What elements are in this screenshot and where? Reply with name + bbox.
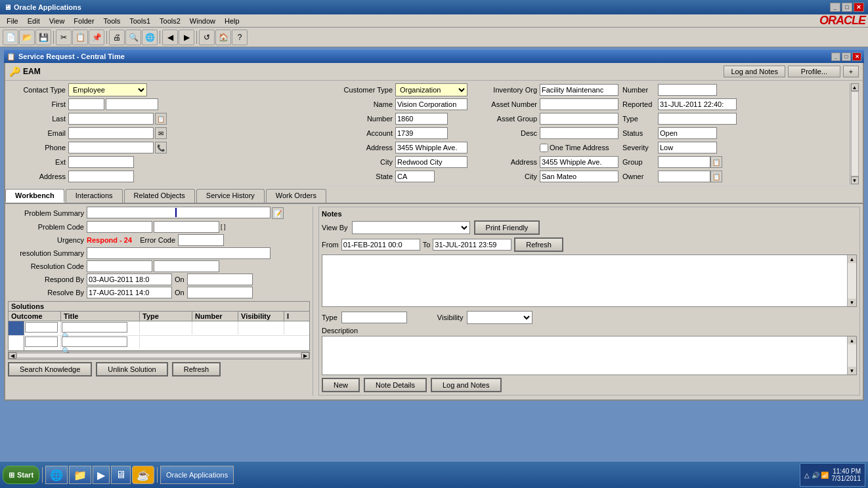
toolbar-refresh[interactable]: ↺ bbox=[199, 30, 215, 45]
respond-by-input[interactable] bbox=[87, 274, 172, 285]
group-search-icon[interactable]: 📋 bbox=[710, 156, 722, 168]
h-scroll-thumb[interactable] bbox=[16, 353, 301, 358]
group-input[interactable] bbox=[658, 156, 710, 168]
search-knowledge-button[interactable]: Search Knowledge bbox=[8, 362, 92, 376]
last-input[interactable] bbox=[68, 113, 154, 125]
close-button[interactable]: ✕ bbox=[854, 3, 864, 12]
menu-tools2[interactable]: Tools2 bbox=[156, 16, 184, 26]
new-note-button[interactable]: New bbox=[322, 378, 360, 392]
menu-file[interactable]: File bbox=[3, 16, 22, 26]
menu-view[interactable]: View bbox=[45, 16, 69, 26]
toolbar-save[interactable]: 💾 bbox=[35, 30, 51, 45]
first-input[interactable] bbox=[68, 98, 104, 110]
city2-input[interactable] bbox=[540, 171, 618, 182]
notes-refresh-button[interactable]: Refresh bbox=[514, 237, 563, 252]
h-scroll-left[interactable]: ◀ bbox=[9, 352, 16, 359]
city-input[interactable] bbox=[395, 156, 467, 168]
number-input[interactable] bbox=[395, 113, 448, 125]
menu-tools1[interactable]: Tools1 bbox=[125, 16, 154, 26]
tab-work-orders[interactable]: Work Orders bbox=[266, 189, 326, 203]
log-and-notes-button[interactable]: Log and Notes bbox=[724, 66, 785, 77]
respond-on-input[interactable] bbox=[187, 274, 253, 285]
notes-scroll-thumb[interactable] bbox=[848, 263, 856, 298]
tab-workbench[interactable]: Workbench bbox=[5, 189, 64, 203]
menu-tools[interactable]: Tools bbox=[100, 16, 125, 26]
toolbar-print[interactable]: 🖨 bbox=[109, 30, 125, 45]
name-input[interactable] bbox=[395, 98, 467, 110]
menu-window[interactable]: Window bbox=[186, 16, 219, 26]
toolbar-cut[interactable]: ✂ bbox=[56, 30, 72, 45]
maximize-button[interactable]: □ bbox=[842, 3, 852, 12]
scroll-down[interactable]: ▼ bbox=[851, 176, 859, 184]
customer-type-select[interactable]: Organization bbox=[395, 83, 467, 96]
h-scroll-right[interactable]: ▶ bbox=[301, 352, 309, 359]
notes-type-input[interactable] bbox=[341, 312, 407, 323]
window-maximize[interactable]: □ bbox=[842, 52, 851, 61]
scroll-thumb[interactable] bbox=[851, 91, 859, 176]
contact-type-select[interactable]: Employee bbox=[68, 83, 147, 96]
problem-summary-input[interactable] bbox=[87, 207, 271, 218]
print-friendly-button[interactable]: Print Friendly bbox=[474, 220, 540, 235]
scroll-up[interactable]: ▲ bbox=[851, 83, 859, 91]
to-input[interactable] bbox=[433, 239, 511, 251]
inventory-org-input[interactable] bbox=[540, 84, 618, 96]
notes-scroll-down[interactable]: ▼ bbox=[848, 298, 856, 306]
plus-button[interactable]: + bbox=[843, 66, 859, 77]
address3-input[interactable] bbox=[540, 156, 618, 168]
toolbar-search[interactable]: 🔍 bbox=[125, 30, 141, 45]
window-minimize[interactable]: _ bbox=[831, 52, 840, 61]
refresh-workbench-button[interactable]: Refresh bbox=[172, 362, 221, 376]
resolution-summary-input[interactable] bbox=[87, 247, 271, 259]
minimize-button[interactable]: _ bbox=[830, 3, 840, 12]
account-input[interactable] bbox=[395, 127, 448, 139]
desc-scroll-up[interactable]: ▲ bbox=[848, 336, 856, 344]
status-input[interactable] bbox=[658, 127, 717, 139]
one-time-checkbox[interactable] bbox=[540, 144, 548, 152]
type-input[interactable] bbox=[658, 113, 737, 125]
problem-summary-icon[interactable]: 📝 bbox=[272, 207, 284, 219]
from-input[interactable] bbox=[341, 239, 420, 251]
toolbar-open[interactable]: 📂 bbox=[19, 30, 35, 45]
menu-edit[interactable]: Edit bbox=[24, 16, 44, 26]
state-input[interactable] bbox=[395, 171, 435, 182]
owner-input[interactable] bbox=[658, 171, 710, 182]
unlink-solution-button[interactable]: Unlink Solution bbox=[96, 362, 167, 376]
severity-input[interactable] bbox=[658, 142, 717, 153]
toolbar-forward[interactable]: ▶ bbox=[179, 30, 194, 45]
toolbar-paste[interactable]: 📌 bbox=[89, 30, 104, 45]
asset-group-input[interactable] bbox=[540, 113, 618, 125]
resolve-on-input[interactable] bbox=[187, 287, 253, 298]
tab-service-history[interactable]: Service History bbox=[196, 189, 265, 203]
toolbar-help[interactable]: ? bbox=[232, 30, 248, 45]
resolution-code-input2[interactable] bbox=[154, 260, 219, 272]
sol-title2-input[interactable] bbox=[62, 336, 127, 347]
asset-number-input[interactable] bbox=[540, 98, 618, 110]
desc-scroll-down[interactable]: ▼ bbox=[848, 367, 856, 375]
resolve-by-input[interactable] bbox=[87, 287, 172, 298]
desc-scroll-thumb[interactable] bbox=[848, 344, 856, 367]
desc-input[interactable] bbox=[540, 127, 618, 139]
phone-input[interactable] bbox=[68, 142, 154, 153]
toolbar-copy[interactable]: 📋 bbox=[72, 30, 88, 45]
sol-outcome-input[interactable] bbox=[25, 322, 58, 333]
note-details-button[interactable]: Note Details bbox=[364, 378, 427, 392]
last-search-icon[interactable]: 📋 bbox=[155, 113, 167, 125]
number2-input[interactable] bbox=[658, 84, 717, 96]
menu-folder[interactable]: Folder bbox=[70, 16, 98, 26]
toolbar-globe[interactable]: 🌐 bbox=[142, 30, 158, 45]
ext-input[interactable] bbox=[68, 156, 134, 168]
phone-icon[interactable]: 📞 bbox=[155, 142, 167, 153]
email-input[interactable] bbox=[68, 127, 154, 139]
problem-code-input1[interactable] bbox=[87, 221, 152, 233]
sol-outcome2-input[interactable] bbox=[25, 336, 58, 347]
tab-related-objects[interactable]: Related Objects bbox=[124, 189, 195, 203]
menu-help[interactable]: Help bbox=[221, 16, 244, 26]
window-close[interactable]: ✕ bbox=[852, 52, 861, 61]
error-code-input[interactable] bbox=[178, 234, 224, 246]
reported-input[interactable] bbox=[658, 98, 737, 110]
address2-input[interactable] bbox=[395, 142, 467, 153]
resolution-code-input1[interactable] bbox=[87, 260, 152, 272]
view-by-select[interactable] bbox=[352, 221, 470, 234]
sol-title-input[interactable] bbox=[62, 322, 127, 333]
notes-scroll-up[interactable]: ▲ bbox=[848, 255, 856, 263]
